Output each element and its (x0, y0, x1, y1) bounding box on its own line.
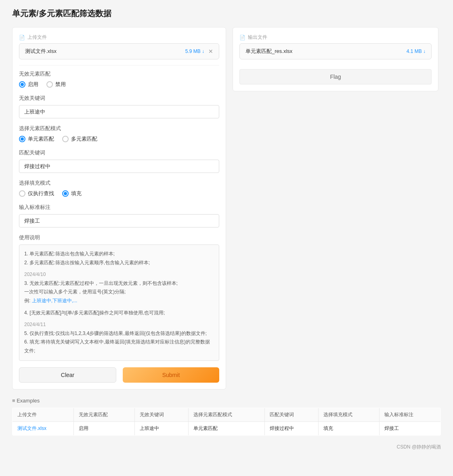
col-fill-mode: 选择填充模式 (318, 408, 380, 421)
example-invalid-match: 启用 (73, 421, 135, 435)
footer: CSDN @静静的喝酒 (12, 444, 441, 451)
upload-filesize: 5.9 MB ↓ (185, 48, 204, 54)
example-fill-mode: 填充 (318, 421, 380, 435)
examples-toggle-label: ≡ Examples (12, 398, 40, 404)
submit-button[interactable]: Submit (123, 367, 219, 383)
invalid-keyword-input[interactable] (19, 105, 219, 118)
close-upload-button[interactable]: ✕ (208, 48, 213, 55)
fill-mode-section: 选择填充模式 仅执行查找 填充 (19, 179, 219, 197)
action-buttons: Clear Submit (19, 367, 219, 383)
example-match-keyword: 焊接过程中 (265, 421, 319, 435)
invalid-match-enable-label: 启用 (28, 81, 38, 88)
examples-table: 上传文件 无效元素匹配 无效关键词 选择元素匹配模式 匹配关键词 选择填充模式 … (12, 408, 441, 436)
clear-button[interactable]: Clear (19, 367, 116, 383)
col-match-keyword: 匹配关键词 (265, 408, 319, 421)
invalid-match-disable-radio[interactable] (46, 81, 53, 88)
invalid-match-disable[interactable]: 禁用 (46, 81, 66, 88)
single-element-match[interactable]: 单元素匹配 (19, 135, 54, 143)
examples-section: ≡ Examples 上传文件 无效元素匹配 无效关键词 选择元素匹配模式 匹配… (12, 398, 441, 436)
multi-match-label: 多元素匹配 (71, 135, 97, 143)
find-only-mode[interactable]: 仅执行查找 (19, 190, 54, 197)
fill-mode-option[interactable]: 填充 (62, 190, 82, 197)
match-mode-section: 选择元素匹配模式 单元素匹配 多元素匹配 (19, 125, 219, 143)
upload-file-box: 测试文件.xlsx 5.9 MB ↓ ✕ (19, 43, 219, 59)
examples-table-head: 上传文件 无效元素匹配 无效关键词 选择元素匹配模式 匹配关键词 选择填充模式 … (13, 408, 441, 421)
invalid-match-radio-group: 启用 禁用 (19, 81, 219, 88)
fill-radio[interactable] (62, 190, 69, 197)
invalid-match-label: 无效元素匹配 (19, 70, 219, 78)
find-only-label: 仅执行查找 (28, 190, 54, 197)
instructions-label: 使用说明 (19, 234, 219, 241)
example-match-mode: 单元素匹配 (188, 421, 264, 435)
upload-icon: 📄 (19, 35, 25, 40)
examples-header-row: 上传文件 无效元素匹配 无效关键词 选择元素匹配模式 匹配关键词 选择填充模式 … (13, 408, 441, 421)
output-filename: 单元素匹配_res.xlsx (245, 48, 292, 55)
invalid-element-match-section: 无效元素匹配 启用 禁用 (19, 70, 219, 88)
output-file-box: 单元素匹配_res.xlsx 4.1 MB ↓ (239, 43, 432, 59)
invalid-match-enable[interactable]: 启用 (19, 81, 38, 88)
standard-label-title: 输入标准标注 (19, 204, 219, 211)
standard-label-input[interactable] (19, 214, 219, 227)
table-row: 测试文件.xlsx 启用 上班途中 单元素匹配 焊接过程中 填充 焊接工 (13, 421, 441, 435)
upload-label: 上传文件 (27, 34, 47, 41)
match-keyword-label: 匹配关键词 (19, 149, 219, 156)
examples-table-body: 测试文件.xlsx 启用 上班途中 单元素匹配 焊接过程中 填充 焊接工 (13, 421, 441, 435)
footer-text: CSDN @静静的喝酒 (396, 444, 441, 450)
page-title: 单元素/多元素匹配筛选数据 (12, 8, 441, 19)
col-invalid-match: 无效元素匹配 (73, 408, 135, 421)
multi-match-radio[interactable] (62, 136, 69, 142)
invalid-keyword-section: 无效关键词 (19, 95, 219, 118)
multi-element-match[interactable]: 多元素匹配 (62, 135, 97, 143)
flag-button[interactable]: Flag (239, 69, 432, 84)
fill-label: 填充 (71, 190, 82, 197)
example-standard-label: 焊接工 (380, 421, 441, 435)
instructions-box: 1. 单元素匹配:筛选出包含输入元素的样本; 2. 多元素匹配:筛选出按输入元素… (19, 244, 219, 361)
match-mode-label: 选择元素匹配模式 (19, 125, 219, 132)
invalid-match-disable-label: 禁用 (55, 81, 66, 88)
match-keyword-input[interactable] (19, 160, 219, 173)
fill-mode-label: 选择填充模式 (19, 179, 219, 187)
invalid-match-enable-radio[interactable] (19, 81, 25, 88)
find-only-radio[interactable] (19, 190, 25, 197)
single-match-radio[interactable] (19, 136, 25, 142)
example-upload-file: 测试文件.xlsx (13, 421, 74, 435)
instructions-section: 使用说明 1. 单元素匹配:筛选出包含输入元素的样本; 2. 多元素匹配:筛选出… (19, 234, 219, 361)
single-match-label: 单元素匹配 (28, 135, 54, 143)
standard-label-section: 输入标准标注 (19, 204, 219, 227)
output-file-header: 📄 输出文件 (239, 34, 432, 41)
example-invalid-keyword: 上班途中 (135, 421, 189, 435)
output-filesize: 4.1 MB ↓ (407, 48, 426, 54)
col-invalid-keyword: 无效关键词 (135, 408, 189, 421)
match-mode-radio-group: 单元素匹配 多元素匹配 (19, 135, 219, 143)
col-upload-file: 上传文件 (13, 408, 74, 421)
col-standard-label: 输入标准标注 (380, 408, 441, 421)
upload-file-header: 📄 上传文件 (19, 34, 219, 41)
fill-mode-radio-group: 仅执行查找 填充 (19, 190, 219, 197)
col-match-mode: 选择元素匹配模式 (188, 408, 264, 421)
output-label: 输出文件 (248, 34, 267, 41)
examples-toggle[interactable]: ≡ Examples (12, 398, 441, 404)
invalid-keyword-label: 无效关键词 (19, 95, 219, 102)
upload-filename: 测试文件.xlsx (25, 48, 57, 55)
match-keyword-section: 匹配关键词 (19, 149, 219, 173)
output-icon: 📄 (239, 35, 245, 40)
